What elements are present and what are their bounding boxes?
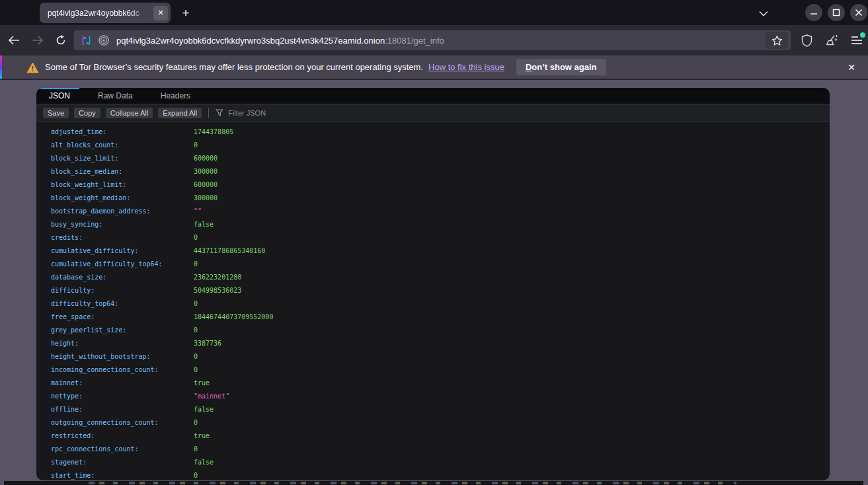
url-port-path: :18081/get_info — [385, 36, 444, 46]
json-value: 0 — [194, 445, 198, 453]
json-value: 443711786865340160 — [194, 247, 265, 254]
tab-headers[interactable]: Headers — [151, 88, 200, 104]
json-key: grey_peerlist_size: — [51, 326, 194, 334]
clipped-text-pixels — [89, 482, 736, 484]
json-row: bootstrap_daemon_address:"" — [36, 204, 830, 217]
collapse-all-button[interactable]: Collapse All — [106, 108, 153, 118]
maximize-icon — [832, 9, 840, 17]
json-viewer-toolbar: Save Copy Collapse All Expand All — [36, 104, 830, 122]
clipped-bottom-row — [4, 481, 863, 485]
json-row: block_size_median:300000 — [36, 165, 830, 178]
security-notification-bar: Some of Tor Browser’s security features … — [0, 56, 868, 80]
json-row: stagenet:false — [36, 455, 830, 468]
json-row: block_weight_limit:600000 — [36, 178, 830, 191]
filter-json-input[interactable] — [228, 109, 426, 117]
save-button[interactable]: Save — [43, 108, 69, 118]
toolbar-right-icons — [796, 30, 867, 50]
json-row: difficulty:504998536023 — [36, 283, 830, 297]
json-row: incoming_connections_count:0 — [36, 363, 830, 376]
json-key: bootstrap_daemon_address: — [51, 207, 194, 215]
json-viewer-panel: JSON Raw Data Headers Save Copy Collapse… — [36, 88, 830, 480]
json-row: cumulative_difficulty_top64:0 — [36, 257, 830, 270]
json-row: database_size:236223201280 — [36, 270, 830, 283]
json-key: offline: — [51, 406, 194, 413]
json-value: false — [194, 221, 214, 228]
json-row: cumulative_difficulty:443711786865340160 — [36, 244, 830, 257]
browser-tab[interactable]: pqt4ivlg3a2wr4oyobbk6dc ✕ — [40, 3, 171, 23]
json-key: alt_blocks_count: — [51, 141, 194, 149]
tor-circuit-icon[interactable] — [81, 35, 92, 46]
json-value: 0 — [194, 300, 198, 307]
tab-raw-data[interactable]: Raw Data — [89, 88, 142, 104]
app-menu-button[interactable] — [846, 30, 867, 50]
json-row: height:3387736 — [36, 336, 830, 350]
json-key: block_weight_median: — [51, 194, 194, 202]
reload-icon — [56, 35, 66, 46]
tab-close-icon[interactable]: ✕ — [153, 6, 168, 20]
json-row: outgoing_connections_count:0 — [36, 416, 830, 429]
json-value: 3387736 — [194, 340, 221, 347]
filter-json-container — [216, 109, 830, 117]
json-key: nettype: — [51, 392, 194, 400]
star-icon — [771, 35, 783, 46]
json-row: difficulty_top64:0 — [36, 297, 830, 310]
expand-all-button[interactable]: Expand All — [158, 108, 202, 118]
forward-button[interactable] — [28, 30, 48, 50]
warning-icon — [26, 62, 39, 73]
dont-show-again-button[interactable]: Don’t show again — [516, 59, 606, 75]
json-row: free_space:18446744073709552000 — [36, 310, 830, 323]
json-row: mainnet:true — [36, 376, 830, 389]
json-value: 0 — [194, 472, 198, 479]
onion-site-icon[interactable] — [98, 34, 110, 46]
shield-button[interactable] — [796, 30, 817, 50]
json-row: block_size_limit:600000 — [36, 151, 830, 165]
json-row: restricted:true — [36, 429, 830, 442]
url-bar[interactable]: pqt4ivlg3a2wr4oyobbk6dcvcfkkdyrwro3sbq2u… — [74, 30, 791, 50]
json-row: grey_peerlist_size:0 — [36, 323, 830, 336]
json-value: 0 — [194, 353, 198, 360]
json-value: 18446744073709552000 — [194, 313, 273, 320]
json-row: rpc_connections_count:0 — [36, 442, 830, 455]
json-value: true — [194, 432, 210, 439]
back-button[interactable] — [4, 30, 24, 50]
json-key: block_size_limit: — [51, 155, 194, 162]
json-value: true — [194, 379, 210, 387]
json-viewer-tabs: JSON Raw Data Headers — [36, 88, 830, 104]
copy-button[interactable]: Copy — [74, 108, 100, 118]
json-key: restricted: — [51, 432, 194, 439]
json-key: start_time: — [51, 472, 194, 479]
json-entries-list: adjusted_time:1744378805alt_blocks_count… — [36, 124, 830, 480]
broom-icon — [825, 34, 838, 47]
json-value: 0 — [194, 326, 198, 334]
json-value: 0 — [194, 419, 198, 426]
json-key: cumulative_difficulty_top64: — [51, 260, 194, 268]
forward-arrow-icon — [32, 36, 44, 45]
json-key: database_size: — [51, 274, 194, 281]
json-value: 0 — [194, 260, 198, 268]
chevron-down-icon — [759, 11, 768, 17]
how-to-fix-link[interactable]: How to fix this issue — [428, 62, 504, 72]
json-row: busy_syncing:false — [36, 217, 830, 231]
json-value: "mainnet" — [194, 392, 229, 400]
tab-json[interactable]: JSON — [40, 88, 79, 104]
reload-button[interactable] — [51, 30, 71, 50]
json-value: 300000 — [194, 194, 217, 202]
filter-funnel-icon — [216, 109, 223, 116]
json-key: free_space: — [51, 313, 194, 320]
window-minimize-button[interactable] — [805, 4, 822, 21]
bookmark-button[interactable] — [766, 32, 788, 49]
window-close-button[interactable] — [850, 4, 867, 21]
window-maximize-button[interactable] — [828, 4, 845, 21]
new-identity-button[interactable] — [821, 30, 842, 50]
json-key: difficulty: — [51, 287, 194, 294]
json-key: busy_syncing: — [51, 221, 194, 228]
new-tab-button[interactable]: + — [177, 5, 194, 22]
json-value: 0 — [194, 234, 198, 241]
url-host: pqt4ivlg3a2wr4oyobbk6dcvcfkkdyrwro3sbq2u… — [116, 36, 385, 46]
json-row: block_weight_median:300000 — [36, 191, 830, 204]
json-value: 0 — [194, 141, 198, 149]
json-row: start_time:0 — [36, 468, 830, 480]
url-text: pqt4ivlg3a2wr4oyobbk6dcvcfkkdyrwro3sbq2u… — [116, 36, 766, 46]
notification-close-icon[interactable]: ✕ — [844, 60, 859, 75]
list-all-tabs-button[interactable] — [755, 5, 772, 22]
